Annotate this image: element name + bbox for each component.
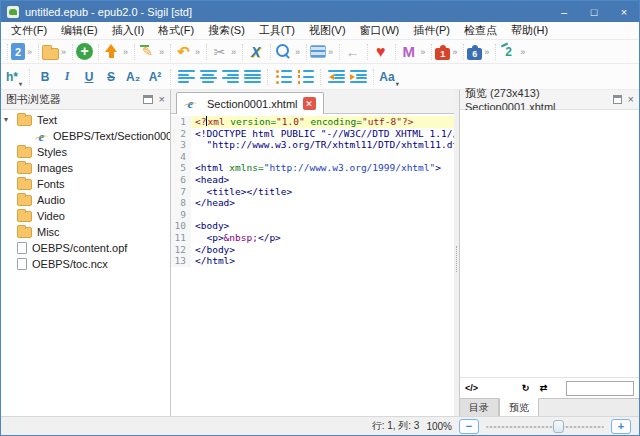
splitter-handle[interactable] <box>454 90 459 416</box>
heading-button[interactable]: h*▾ <box>4 67 24 87</box>
italic-button[interactable]: I <box>57 67 77 87</box>
dock-close-icon[interactable]: × <box>628 94 634 105</box>
editor-tab-bar: Section0001.xhtml ✕ <box>171 90 454 114</box>
tab-toc[interactable]: 目录 <box>460 399 499 416</box>
indent-button[interactable] <box>348 67 368 87</box>
bullet-list-button[interactable] <box>273 67 293 87</box>
add-file-button[interactable]: + » <box>68 41 94 63</box>
menu-file[interactable]: 文件(F) <box>4 22 54 39</box>
sync-button[interactable]: ⇄ <box>536 381 551 396</box>
change-case-button[interactable]: Aa▾ <box>379 67 399 87</box>
tree-item-audio-folder[interactable]: ▾ Audio <box>1 192 170 208</box>
overflow-chevron-icon[interactable]: » <box>418 47 426 57</box>
save-button[interactable]: » <box>94 41 130 63</box>
edit-mark-button[interactable]: ✎ » <box>130 41 166 63</box>
menu-insert[interactable]: 插入(I) <box>105 22 151 39</box>
index-button[interactable]: » <box>302 41 335 63</box>
back-button[interactable]: ← » <box>335 41 363 63</box>
cursor-position: 行: 1, 列: 3 <box>372 419 420 433</box>
menu-tools[interactable]: 工具(T) <box>252 22 302 39</box>
overflow-chevron-icon[interactable]: » <box>59 47 67 57</box>
menu-window[interactable]: 窗口(W) <box>353 22 407 39</box>
overflow-chevron-icon[interactable]: » <box>482 47 490 57</box>
book-browser-title: 图书浏览器 <box>6 92 61 107</box>
tree-item-section0001[interactable]: ▾ OEBPS/Text/Section0001.xhtml <box>1 128 170 144</box>
zoom-out-button[interactable]: − <box>459 419 479 434</box>
plugin-1-button[interactable]: 1 » <box>427 41 459 63</box>
tree-item-icon <box>17 227 32 238</box>
menu-format[interactable]: 格式(F) <box>151 22 201 39</box>
undo-button[interactable]: ↶ » <box>166 41 202 63</box>
find-button[interactable]: » <box>266 41 302 63</box>
tree-item-video-folder[interactable]: ▾ Video <box>1 208 170 224</box>
overflow-chevron-icon[interactable]: » <box>25 47 33 57</box>
tree-item-toc-ncx[interactable]: ▾ OEBPS/toc.ncx <box>1 256 170 272</box>
align-right-button[interactable] <box>220 67 240 87</box>
code-editor[interactable]: 1<?xml version="1.0" encoding="utf-8"?>2… <box>171 114 454 416</box>
menu-checkpoint[interactable]: 检查点 <box>457 22 504 39</box>
tree-item-fonts-folder[interactable]: ▾ Fonts <box>1 176 170 192</box>
align-left-button[interactable] <box>176 67 196 87</box>
outdent-button[interactable] <box>326 67 346 87</box>
dock-close-icon[interactable]: × <box>159 94 165 105</box>
menu-edit[interactable]: 编辑(E) <box>54 22 105 39</box>
open-book-button[interactable]: » <box>34 41 68 63</box>
zoom-slider[interactable] <box>486 420 604 433</box>
copy-button[interactable] <box>500 381 515 396</box>
overflow-chevron-icon[interactable]: » <box>229 47 237 57</box>
toolbar-button-icon: + <box>76 43 93 60</box>
menu-view[interactable]: 视图(V) <box>302 22 353 39</box>
menu-help[interactable]: 帮助(H) <box>504 22 555 39</box>
tree-item-content-opf[interactable]: ▾ OEBPS/content.opf <box>1 240 170 256</box>
slider-handle[interactable] <box>553 420 564 433</box>
donate-button[interactable]: ♥ » <box>363 41 391 63</box>
zoom-in-button[interactable]: + <box>611 419 631 434</box>
overflow-chevron-icon[interactable]: » <box>293 47 301 57</box>
plugin-run-button[interactable]: 2 » <box>491 41 527 63</box>
align-justify-button[interactable] <box>242 67 262 87</box>
tree-item-misc-folder[interactable]: ▾ Misc <box>1 224 170 240</box>
maximize-button[interactable]: □ <box>579 1 609 22</box>
minimize-button[interactable]: – <box>549 1 579 22</box>
menu-search[interactable]: 搜索(S) <box>201 22 252 39</box>
menu-plugins[interactable]: 插件(P) <box>406 22 457 39</box>
tree-item-images-folder[interactable]: ▾ Images <box>1 160 170 176</box>
superscript-button[interactable]: A² <box>145 67 165 87</box>
menu-bar: 文件(F)编辑(E)插入(I)格式(F)搜索(S)工具(T)视图(V)窗口(W)… <box>1 22 639 40</box>
dock-float-icon[interactable] <box>143 95 153 104</box>
subscript-button[interactable]: A₂ <box>123 67 143 87</box>
title-bar[interactable]: untitled.epub - epub2.0 - Sigil [std] – … <box>1 1 639 22</box>
refresh-button[interactable]: ↻ <box>518 381 533 396</box>
preview-search-input[interactable] <box>566 381 634 396</box>
plugin-6-button[interactable]: 6 » <box>459 41 491 63</box>
overflow-chevron-icon[interactable]: » <box>157 47 165 57</box>
dock-float-icon[interactable] <box>613 95 622 104</box>
toolbar-button-icon: ← <box>343 42 362 61</box>
strikethrough-button[interactable]: S <box>101 67 121 87</box>
select-all-button[interactable] <box>482 381 497 396</box>
tree-item-styles-folder[interactable]: ▾ Styles <box>1 144 170 160</box>
overflow-chevron-icon[interactable]: » <box>326 47 334 57</box>
metadata-button[interactable]: M » <box>391 41 427 63</box>
toolbar-button-icon: X <box>246 42 265 61</box>
bold-button[interactable]: B <box>35 67 55 87</box>
tree-item-text-folder[interactable]: ▾ Text <box>1 112 170 128</box>
close-button[interactable]: × <box>609 1 639 22</box>
toolbar-button-icon: ✎ <box>138 42 157 61</box>
overflow-chevron-icon[interactable]: » <box>450 47 458 57</box>
overflow-chevron-icon[interactable]: » <box>193 47 201 57</box>
overflow-chevron-icon[interactable]: » <box>121 47 129 57</box>
tab-preview[interactable]: 预览 <box>499 398 539 416</box>
overflow-chevron-icon[interactable]: » <box>518 47 526 57</box>
cut-button[interactable]: ✂ » <box>202 41 238 63</box>
tab-section0001[interactable]: Section0001.xhtml ✕ <box>176 92 324 114</box>
inspect-code-button[interactable]: </> <box>464 381 479 396</box>
align-center-button[interactable] <box>198 67 218 87</box>
delete-button[interactable]: X » <box>238 41 266 63</box>
underline-button[interactable]: U <box>79 67 99 87</box>
numbered-list-button[interactable] <box>295 67 315 87</box>
tab-close-icon[interactable]: ✕ <box>303 97 316 110</box>
new-book-button[interactable]: 2 » <box>3 41 34 63</box>
file-tree: ▾ Text ▾ OEBPS/Text/Section0001.xhtml ▾ … <box>1 110 170 416</box>
expand-arrow-icon[interactable]: ▾ <box>4 115 8 124</box>
